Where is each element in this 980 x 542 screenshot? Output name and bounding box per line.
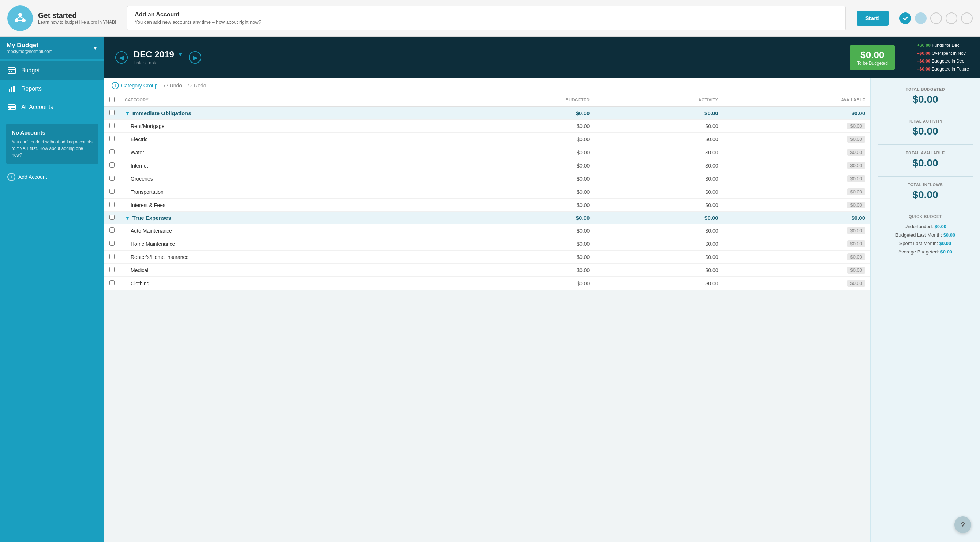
month-note[interactable]: Enter a note... bbox=[134, 60, 183, 65]
item-name: Rent/Mortgage bbox=[120, 120, 448, 133]
month-dropdown-icon[interactable]: ▼ bbox=[178, 52, 183, 57]
item-checkbox-0-5[interactable] bbox=[110, 189, 115, 194]
sidebar-item-all-accounts[interactable]: All Accounts bbox=[0, 98, 104, 116]
total-budgeted-label: TOTAL BUDGETED bbox=[878, 87, 973, 92]
item-available: $0.00 bbox=[724, 224, 870, 237]
item-checkbox-0-6[interactable] bbox=[110, 202, 115, 207]
item-activity: $0.00 bbox=[595, 146, 723, 159]
avg-budgeted-value[interactable]: $0.00 bbox=[940, 249, 953, 255]
item-checkbox-1-3[interactable] bbox=[110, 267, 115, 272]
table-row[interactable]: Water $0.00 $0.00 $0.00 bbox=[104, 146, 870, 159]
prev-month-button[interactable]: ◀ bbox=[115, 51, 128, 63]
item-checkbox-1-4[interactable] bbox=[110, 280, 115, 285]
group-checkbox-0[interactable] bbox=[110, 110, 115, 115]
budgeted-last-value[interactable]: $0.00 bbox=[943, 232, 956, 238]
table-row[interactable]: Internet $0.00 $0.00 $0.00 bbox=[104, 159, 870, 172]
sidebar-item-reports[interactable]: Reports bbox=[0, 80, 104, 98]
table-group-row[interactable]: ▼True Expenses $0.00 $0.00 $0.00 bbox=[104, 212, 870, 224]
table-row[interactable]: Rent/Mortgage $0.00 $0.00 $0.00 bbox=[104, 120, 870, 133]
item-budgeted[interactable]: $0.00 bbox=[448, 264, 595, 277]
ynab-logo bbox=[7, 5, 33, 31]
item-checkbox-0-3[interactable] bbox=[110, 162, 115, 168]
progress-dot-3[interactable] bbox=[930, 13, 942, 24]
item-available: $0.00 bbox=[724, 264, 870, 277]
group-expand-icon[interactable]: ▼ bbox=[125, 110, 130, 116]
item-budgeted[interactable]: $0.00 bbox=[448, 146, 595, 159]
budget-icon bbox=[7, 67, 16, 74]
table-row[interactable]: Medical $0.00 $0.00 $0.00 bbox=[104, 264, 870, 277]
item-budgeted[interactable]: $0.00 bbox=[448, 185, 595, 198]
start-button[interactable]: Start! bbox=[857, 11, 889, 25]
redo-icon: ↪ bbox=[188, 82, 192, 89]
item-budgeted[interactable]: $0.00 bbox=[448, 237, 595, 250]
item-name: Water bbox=[120, 146, 448, 159]
underfunded-value[interactable]: $0.00 bbox=[934, 224, 947, 229]
table-row[interactable]: Clothing $0.00 $0.00 $0.00 bbox=[104, 277, 870, 290]
item-checkbox-0-4[interactable] bbox=[110, 176, 115, 181]
undo-button[interactable]: ↩ Undo bbox=[164, 82, 182, 89]
table-row[interactable]: Interest & Fees $0.00 $0.00 $0.00 bbox=[104, 198, 870, 212]
item-checkbox-0-2[interactable] bbox=[110, 149, 115, 154]
item-budgeted[interactable]: $0.00 bbox=[448, 224, 595, 237]
table-group-row[interactable]: ▼Immediate Obligations $0.00 $0.00 $0.00 bbox=[104, 107, 870, 120]
item-checkbox-1-0[interactable] bbox=[110, 227, 115, 233]
category-group-button[interactable]: + Category Group bbox=[111, 82, 158, 89]
header-category: CATEGORY bbox=[120, 93, 448, 107]
item-available: $0.00 bbox=[724, 159, 870, 172]
header-check bbox=[104, 93, 120, 107]
plus-circle-icon: + bbox=[111, 82, 119, 89]
item-name: Transportation bbox=[120, 185, 448, 198]
svg-rect-12 bbox=[13, 86, 14, 92]
progress-dot-5[interactable] bbox=[961, 13, 973, 24]
divider-3 bbox=[878, 176, 973, 177]
item-activity: $0.00 bbox=[595, 250, 723, 264]
item-name: Medical bbox=[120, 264, 448, 277]
table-row[interactable]: Renter's/Home Insurance $0.00 $0.00 $0.0… bbox=[104, 250, 870, 264]
budgeted-dec-amount: –$0.00 bbox=[917, 59, 931, 63]
item-checkbox-1-2[interactable] bbox=[110, 254, 115, 259]
to-be-budgeted: $0.00 To be Budgeted bbox=[850, 45, 895, 70]
item-activity: $0.00 bbox=[595, 133, 723, 146]
item-budgeted[interactable]: $0.00 bbox=[448, 172, 595, 185]
progress-dot-4[interactable] bbox=[946, 13, 957, 24]
item-activity: $0.00 bbox=[595, 185, 723, 198]
table-row[interactable]: Electric $0.00 $0.00 $0.00 bbox=[104, 133, 870, 146]
sidebar-reports-label: Reports bbox=[21, 86, 42, 92]
item-budgeted[interactable]: $0.00 bbox=[448, 120, 595, 133]
item-budgeted[interactable]: $0.00 bbox=[448, 277, 595, 290]
budgeted-future-label: Budgeted in Future bbox=[932, 67, 969, 72]
total-inflows-section: TOTAL INFLOWS $0.00 bbox=[878, 182, 973, 201]
item-budgeted[interactable]: $0.00 bbox=[448, 133, 595, 146]
select-all-checkbox[interactable] bbox=[110, 97, 115, 102]
table-row[interactable]: Transportation $0.00 $0.00 $0.00 bbox=[104, 185, 870, 198]
group-expand-icon[interactable]: ▼ bbox=[125, 215, 130, 221]
next-month-button[interactable]: ▶ bbox=[189, 51, 201, 63]
svg-rect-10 bbox=[9, 89, 10, 92]
sidebar-item-budget[interactable]: Budget bbox=[0, 62, 104, 80]
item-budgeted[interactable]: $0.00 bbox=[448, 198, 595, 212]
item-budgeted[interactable]: $0.00 bbox=[448, 250, 595, 264]
total-activity-label: TOTAL ACTIVITY bbox=[878, 119, 973, 123]
chevron-down-icon[interactable]: ▼ bbox=[92, 45, 98, 51]
table-row[interactable]: Auto Maintenance $0.00 $0.00 $0.00 bbox=[104, 224, 870, 237]
spent-last-row: Spent Last Month: $0.00 bbox=[878, 241, 973, 246]
progress-dot-1[interactable] bbox=[899, 13, 911, 24]
svg-rect-9 bbox=[11, 71, 12, 72]
item-checkbox-0-0[interactable] bbox=[110, 123, 115, 128]
help-button[interactable]: ? bbox=[955, 517, 971, 533]
funds-amount: +$0.00 bbox=[917, 43, 931, 48]
group-checkbox-1[interactable] bbox=[110, 215, 115, 220]
spent-last-value[interactable]: $0.00 bbox=[939, 241, 951, 246]
redo-button[interactable]: ↪ Redo bbox=[188, 82, 206, 89]
sidebar-accounts-label: All Accounts bbox=[21, 104, 53, 111]
table-row[interactable]: Groceries $0.00 $0.00 $0.00 bbox=[104, 172, 870, 185]
progress-dot-2[interactable] bbox=[915, 13, 927, 24]
item-activity: $0.00 bbox=[595, 264, 723, 277]
table-row[interactable]: Home Maintenance $0.00 $0.00 $0.00 bbox=[104, 237, 870, 250]
budget-name: My Budget bbox=[6, 42, 53, 49]
item-checkbox-1-1[interactable] bbox=[110, 241, 115, 246]
sidebar-budget-label: Budget bbox=[21, 67, 40, 74]
item-budgeted[interactable]: $0.00 bbox=[448, 159, 595, 172]
add-account-button[interactable]: + Add Account bbox=[7, 173, 97, 181]
item-checkbox-0-1[interactable] bbox=[110, 136, 115, 141]
